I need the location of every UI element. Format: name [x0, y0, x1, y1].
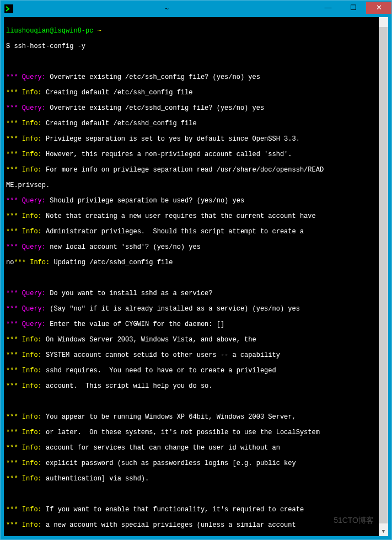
command-1: ssh-host-config -y	[14, 42, 85, 50]
info-wrap: ME.privsep.	[6, 181, 50, 189]
watermark: 51CTO博客	[334, 516, 374, 524]
info-line: SYSTEM account cannot setuid to other us…	[42, 351, 280, 359]
info-line: Creating default /etc/sshd_config file	[42, 120, 197, 127]
q-say-no: (Say "no" if it is already installed as …	[46, 305, 300, 313]
info-line: Updating /etc/sshd_config file	[50, 259, 173, 266]
info-line: Creating default /etc/ssh_config file	[42, 89, 193, 97]
q-new-account: new local account 'sshd'? (yes/no) yes	[46, 243, 201, 251]
scrollbar[interactable]: ▲ ▼	[379, 17, 388, 536]
maximize-button[interactable]: ☐	[341, 2, 366, 14]
prompt-dollar: $	[6, 42, 10, 50]
scroll-thumb[interactable]	[379, 27, 388, 523]
q-cygwin-value: Enter the value of CYGWIN for the daemon…	[46, 320, 224, 328]
info-line: Note that creating a new user requires t…	[42, 212, 316, 220]
window-title: ~	[18, 5, 315, 13]
info-line: or later. On these systems, it's not pos…	[42, 429, 320, 436]
q-overwrite-ssh: Overwrite existing /etc/ssh_config file?…	[46, 73, 260, 81]
close-button[interactable]: ✕	[366, 2, 391, 14]
info-line: Privilege separation is set to yes by de…	[42, 135, 300, 143]
q-privsep: Should privilege separation be used? (ye…	[46, 197, 244, 205]
info-line: explicit password (such as passwordless …	[42, 459, 296, 467]
terminal-window: ~ — ☐ ✕ liushouqian@lsqwin8-pc ~ $ ssh-h…	[0, 0, 392, 540]
info-line: a new account with special privileges (u…	[42, 521, 296, 529]
info-line: However, this requires a non-privileged …	[42, 151, 292, 158]
terminal-output[interactable]: liushouqian@lsqwin8-pc ~ $ ssh-host-conf…	[4, 17, 388, 536]
prompt-tilde: ~	[98, 27, 101, 35]
q-overwrite-sshd: Overwrite existing /etc/sshd_config file…	[46, 104, 264, 112]
info-line: authentication] via sshd).	[42, 475, 149, 483]
prompt-userhost: liushouqian@lsqwin8-pc	[6, 27, 93, 35]
no-prefix: no	[6, 259, 14, 266]
titlebar[interactable]: ~ — ☐ ✕	[1, 1, 391, 17]
q-install-service: Do you want to install sshd as a service…	[46, 290, 212, 297]
info-line: You appear to be running Windows XP 64bi…	[42, 413, 296, 421]
info-line: For more info on privilege separation re…	[42, 166, 324, 174]
info-line: account for services that can change the…	[42, 444, 280, 452]
info-line: sshd requires. You need to have or to cr…	[42, 367, 276, 375]
info-line: account. This script will help you do so…	[42, 382, 213, 390]
minimize-button[interactable]: —	[315, 2, 341, 14]
info-line: If you want to enable that functionality…	[42, 506, 304, 514]
scroll-down-arrow[interactable]: ▼	[379, 527, 388, 536]
app-icon	[4, 4, 14, 14]
info-line: Administrator privileges. Should this sc…	[42, 228, 304, 236]
info-line: On Windows Server 2003, Windows Vista, a…	[42, 336, 256, 344]
